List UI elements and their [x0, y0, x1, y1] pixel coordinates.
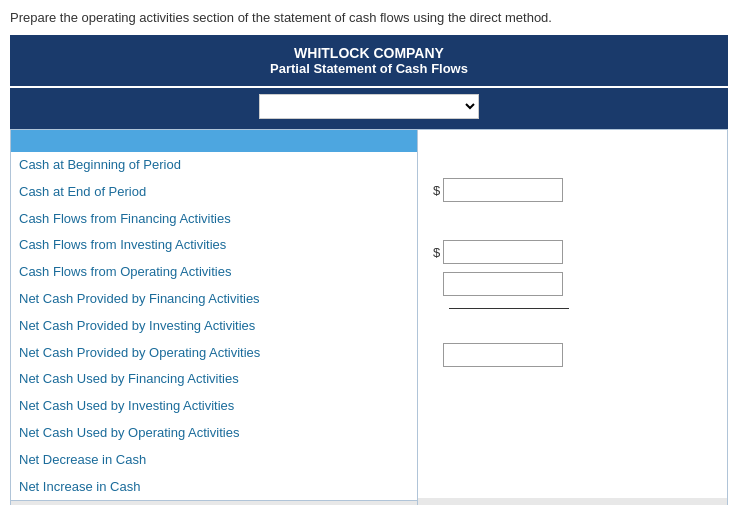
company-header: WHITLOCK COMPANY Partial Statement of Ca… — [10, 35, 728, 86]
main-content: Cash at Beginning of PeriodCash at End o… — [10, 129, 728, 505]
dollar-sign-2: $ — [433, 245, 440, 260]
input-row-1: $ — [433, 178, 712, 202]
right-upper: $ $ $ $ — [433, 140, 712, 498]
input-row-4: $ — [433, 343, 712, 367]
statement-title: Partial Statement of Cash Flows — [20, 61, 718, 76]
amount-input-3[interactable] — [443, 272, 563, 296]
list-item[interactable]: Net Cash Used by Financing Activities — [11, 366, 417, 393]
header-dropdown-row — [10, 88, 728, 129]
input-row-2: $ — [433, 240, 712, 264]
dollar-sign-1: $ — [433, 183, 440, 198]
input-row-3: $ — [433, 272, 712, 296]
list-item[interactable]: Cash at Beginning of Period — [11, 152, 417, 179]
list-item[interactable]: Net Cash Provided by Financing Activitie… — [11, 286, 417, 313]
list-item[interactable]: Cash Flows from Financing Activities — [11, 206, 417, 233]
list-item[interactable]: Net Increase in Cash — [11, 474, 417, 501]
list-item[interactable]: Net Cash Used by Operating Activities — [11, 420, 417, 447]
list-item[interactable]: Net Cash Provided by Investing Activitie… — [11, 313, 417, 340]
list-container: Cash at Beginning of PeriodCash at End o… — [11, 152, 417, 500]
list-item[interactable]: Cash Flows from Investing Activities — [11, 232, 417, 259]
list-item[interactable]: Cash Flows from Operating Activities — [11, 259, 417, 286]
list-item[interactable]: Net Decrease in Cash — [11, 447, 417, 474]
amount-input-1[interactable] — [443, 178, 563, 202]
amount-input-4[interactable] — [443, 343, 563, 367]
list-item[interactable]: Net Cash Provided by Operating Activitie… — [11, 340, 417, 367]
list-item[interactable]: Cash at End of Period — [11, 179, 417, 206]
left-bottom-section — [11, 500, 417, 505]
company-name: WHITLOCK COMPANY — [20, 45, 718, 61]
instruction-text: Prepare the operating activities section… — [10, 10, 728, 25]
period-dropdown[interactable] — [259, 94, 479, 119]
bottom-section: $ — [418, 498, 727, 505]
amount-input-2[interactable] — [443, 240, 563, 264]
left-panel: Cash at Beginning of PeriodCash at End o… — [11, 130, 418, 505]
list-item[interactable]: Net Cash Used by Investing Activities — [11, 393, 417, 420]
divider-line — [449, 308, 569, 309]
right-panel: $ $ $ $ $ — [418, 130, 727, 505]
list-highlight — [11, 130, 417, 152]
